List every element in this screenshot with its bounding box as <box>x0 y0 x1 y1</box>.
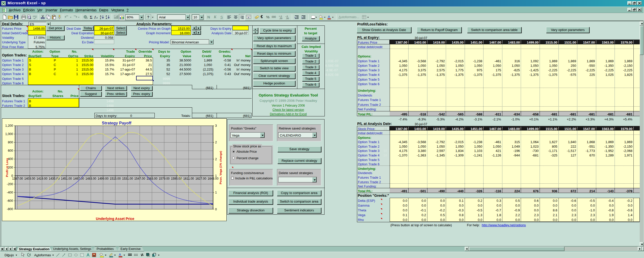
svg-text:-600: -600 <box>7 199 13 203</box>
svg-text:2: 2 <box>215 157 217 161</box>
svg-text:200: 200 <box>8 166 13 169</box>
svg-text:1,000: 1,000 <box>5 132 13 136</box>
svg-text:f: f <box>95 15 96 19</box>
svg-text:a: a <box>248 16 249 19</box>
svg-text:1627.00: 1627.00 <box>195 177 207 180</box>
svg-text:,00: ,00 <box>286 17 289 20</box>
svg-text:800: 800 <box>8 141 13 144</box>
svg-text:1451.00: 1451.00 <box>61 177 72 180</box>
svg-text:1499.00: 1499.00 <box>98 177 109 180</box>
svg-text:600: 600 <box>8 149 13 152</box>
svg-text:1515.00: 1515.00 <box>110 177 121 180</box>
svg-text:1,200: 1,200 <box>5 124 13 127</box>
svg-text:1643.00: 1643.00 <box>208 177 219 180</box>
svg-text:1467.00: 1467.00 <box>73 177 84 180</box>
svg-text:-400: -400 <box>7 191 13 194</box>
svg-text:-200: -200 <box>7 182 13 186</box>
svg-text:1403.00: 1403.00 <box>24 177 35 180</box>
svg-text:Posn. Vega (1% change): Posn. Vega (1% change) <box>219 151 222 184</box>
svg-text:1387.00: 1387.00 <box>12 177 23 180</box>
svg-text:1419.00: 1419.00 <box>36 177 48 180</box>
svg-text:1547.00: 1547.00 <box>134 177 145 180</box>
svg-text:A: A <box>328 15 330 19</box>
svg-text:Profit or Loss: Profit or Loss <box>6 158 9 177</box>
svg-text:,00: ,00 <box>279 17 283 20</box>
svg-text:400: 400 <box>8 157 13 161</box>
svg-text:Σ: Σ <box>90 15 92 19</box>
svg-text:3: 3 <box>215 124 217 127</box>
svg-text:x: x <box>96 16 98 19</box>
svg-text:Underlying Asset Price: Underlying Asset Price <box>96 217 134 221</box>
svg-text:0: 0 <box>215 208 217 211</box>
svg-text:1595.00: 1595.00 <box>171 177 182 180</box>
svg-text:?: ? <box>147 15 149 19</box>
svg-text:A: A <box>119 253 121 256</box>
svg-text:1579.00: 1579.00 <box>159 177 170 180</box>
svg-text:1: 1 <box>215 191 217 194</box>
svg-text:1611.00: 1611.00 <box>183 177 194 180</box>
svg-text:A: A <box>106 17 107 20</box>
svg-text:2: 2 <box>215 141 217 144</box>
svg-text:Z: Z <box>100 17 101 20</box>
svg-text:1483.00: 1483.00 <box>85 177 96 180</box>
svg-text:-800: -800 <box>7 207 13 211</box>
svg-text:1531.00: 1531.00 <box>122 177 133 180</box>
svg-text:Strategy Payoff: Strategy Payoff <box>102 121 132 125</box>
